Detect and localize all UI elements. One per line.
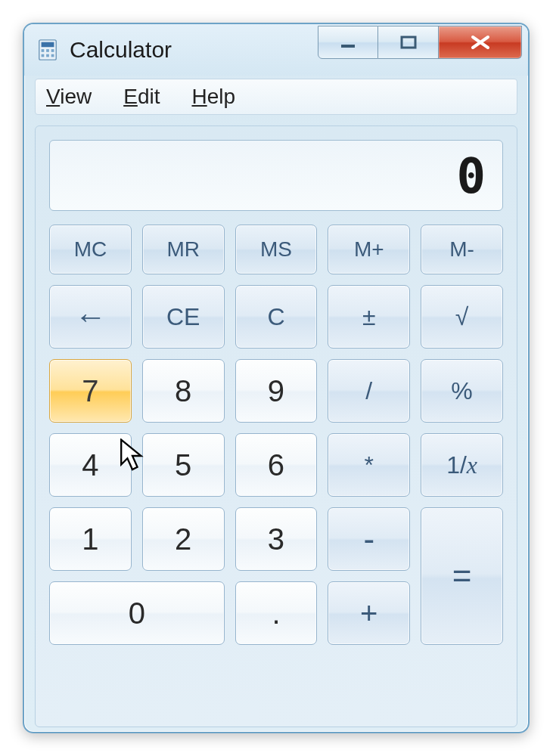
menubar: View Edit Help — [35, 79, 517, 115]
svg-rect-2 — [42, 49, 45, 52]
multiply-button[interactable]: * — [328, 433, 410, 497]
add-button[interactable]: + — [328, 581, 410, 645]
c-button[interactable]: C — [235, 285, 318, 349]
digit-4-button[interactable]: 4 — [49, 433, 132, 497]
menu-view[interactable]: View — [42, 83, 96, 110]
menu-help[interactable]: Help — [187, 83, 240, 110]
calculator-body: 0 MC MR MS M+ M- ← CE C ± √ 7 8 9 / % 4 … — [35, 125, 517, 727]
percent-button[interactable]: % — [421, 359, 503, 423]
minimize-icon — [338, 36, 358, 49]
digit-2-button[interactable]: 2 — [142, 507, 225, 571]
svg-rect-3 — [46, 49, 49, 52]
digit-0-button[interactable]: 0 — [49, 581, 225, 645]
ms-button[interactable]: MS — [235, 225, 318, 274]
negate-button[interactable]: ± — [328, 285, 410, 349]
svg-rect-1 — [42, 42, 54, 48]
close-icon — [469, 34, 492, 51]
mplus-button[interactable]: M+ — [328, 225, 410, 274]
digit-8-button[interactable]: 8 — [142, 359, 225, 423]
digit-1-button[interactable]: 1 — [49, 507, 132, 571]
digit-6-button[interactable]: 6 — [235, 433, 318, 497]
menu-edit[interactable]: Edit — [119, 83, 164, 110]
backspace-button[interactable]: ← — [49, 285, 132, 349]
minimize-button[interactable] — [318, 26, 378, 59]
reciprocal-label: 1/x — [446, 451, 477, 479]
decimal-button[interactable]: . — [235, 581, 318, 645]
svg-rect-4 — [51, 49, 54, 52]
svg-rect-8 — [341, 45, 355, 48]
maximize-button[interactable] — [378, 26, 439, 59]
digit-7-button[interactable]: 7 — [49, 359, 132, 423]
subtract-button[interactable]: - — [328, 507, 410, 571]
svg-rect-7 — [51, 54, 54, 57]
digit-5-button[interactable]: 5 — [142, 433, 225, 497]
sqrt-button[interactable]: √ — [421, 285, 503, 349]
calculator-window: Calculator View Edit Help 0 MC MR M — [23, 23, 530, 733]
ce-button[interactable]: CE — [142, 285, 225, 349]
mc-button[interactable]: MC — [49, 225, 132, 274]
svg-rect-6 — [46, 54, 49, 57]
window-controls — [318, 26, 522, 59]
equals-button[interactable]: = — [421, 507, 503, 645]
close-button[interactable] — [439, 26, 522, 59]
window-title: Calculator — [70, 37, 318, 63]
svg-rect-9 — [402, 37, 415, 48]
titlebar[interactable]: Calculator — [24, 24, 528, 76]
display-value: 0 — [456, 148, 486, 204]
digit-3-button[interactable]: 3 — [235, 507, 318, 571]
mr-button[interactable]: MR — [142, 225, 225, 274]
svg-rect-5 — [42, 54, 45, 57]
mminus-button[interactable]: M- — [421, 225, 503, 274]
keypad: MC MR MS M+ M- ← CE C ± √ 7 8 9 / % 4 5 … — [49, 225, 503, 719]
divide-button[interactable]: / — [328, 359, 410, 423]
maximize-icon — [400, 36, 417, 49]
calculator-icon — [36, 39, 59, 61]
reciprocal-button[interactable]: 1/x — [421, 433, 503, 497]
display: 0 — [49, 140, 503, 211]
digit-9-button[interactable]: 9 — [235, 359, 318, 423]
